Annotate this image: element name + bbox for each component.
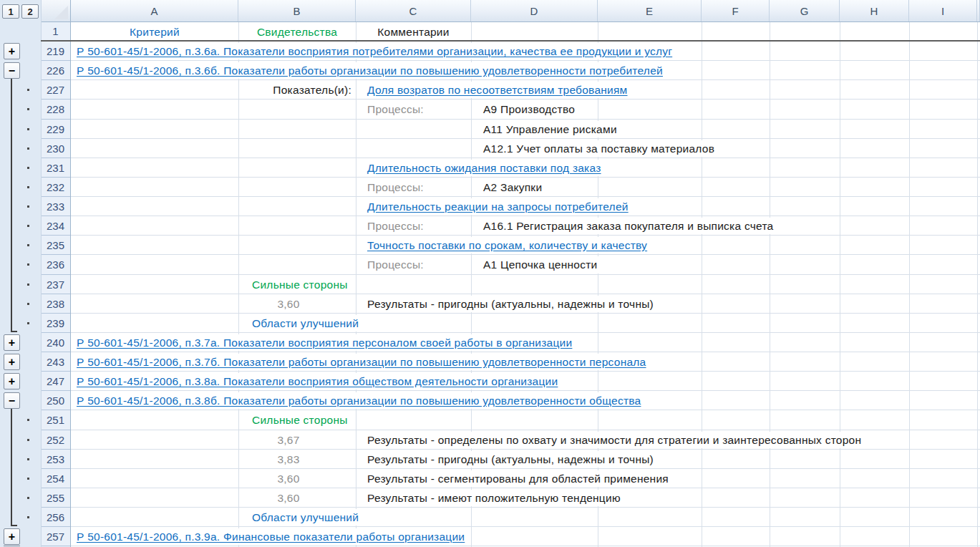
hyperlink-C227[interactable]: Доля возратов по несоответствиям требова… (356, 82, 632, 98)
hyperlink-A250[interactable]: Р 50-601-45/1-2006, п.3.8б. Показатели р… (72, 392, 645, 409)
gridline (71, 138, 980, 139)
cell-C253[interactable]: Результаты - пригодны (актуальны, надежн… (356, 451, 658, 468)
cell-B238[interactable]: 3,60 (239, 296, 338, 312)
row-header-231[interactable]: 231 (41, 158, 70, 177)
outline-detail-dot (27, 244, 29, 246)
row-header-230[interactable]: 230 (41, 139, 70, 158)
outline-group-bracket-end (11, 525, 17, 526)
row-header-253[interactable]: 253 (41, 450, 70, 468)
gridline (71, 488, 980, 488)
expand-group-button-row-219[interactable]: + (4, 43, 20, 59)
hyperlink-A243[interactable]: Р 50-601-45/1-2006, п.3.7б. Показатели р… (72, 354, 651, 370)
cell-C228[interactable]: Процессы: (356, 101, 428, 118)
outline-detail-dot (27, 225, 29, 227)
hyperlink-C231[interactable]: Длительность ожидания поставки под заказ (356, 160, 606, 176)
cell-A1[interactable]: Критерий (72, 24, 238, 40)
cell-C236[interactable]: Процессы: (356, 256, 428, 274)
row-header-257[interactable]: 257 (41, 527, 70, 546)
expand-group-button-row-247[interactable]: + (4, 373, 20, 389)
column-header-E[interactable]: E (598, 0, 702, 21)
row-header-228[interactable]: 228 (41, 100, 70, 119)
cell-B237[interactable]: Сильные стороны (239, 276, 352, 293)
cell-D232[interactable]: А2 Закупки (472, 179, 546, 195)
cell-D236[interactable]: А1 Цепочка ценности (472, 256, 601, 274)
expand-group-button-row-257[interactable]: + (4, 528, 20, 545)
outline-level-1-button[interactable]: 1 (2, 4, 19, 19)
cell-D230[interactable]: А12.1 Учет оплаты за поставку материалов (472, 140, 719, 157)
row-header-255[interactable]: 255 (41, 488, 70, 507)
gridline (71, 274, 980, 275)
cell-D234[interactable]: А16.1 Регистрация заказа покупателя и вы… (472, 218, 777, 234)
cell-C1[interactable]: Комментарии (356, 24, 470, 40)
hyperlink-A219[interactable]: Р 50-601-45/1-2006, п.3.6а. Показатели в… (72, 43, 676, 59)
row-header-234[interactable]: 234 (41, 216, 70, 235)
hyperlink-A257[interactable]: Р 50-601-45/1-2006, п.3.9а. Финансовые п… (72, 528, 469, 545)
cell-B251[interactable]: Сильные стороны (239, 412, 352, 429)
hyperlink-A247[interactable]: Р 50-601-45/1-2006, п.3.8а. Показатели в… (72, 373, 562, 389)
cell-C232[interactable]: Процессы: (356, 179, 428, 195)
hyperlink-A240[interactable]: Р 50-601-45/1-2006, п.3.7а. Показатели в… (72, 334, 576, 351)
expand-group-button-row-240[interactable]: + (4, 334, 20, 351)
gridline (71, 430, 980, 430)
hyperlink-C235[interactable]: Точность поставки по срокам, количеству … (356, 237, 651, 253)
cell-D229[interactable]: А11 Управление рисками (472, 121, 621, 137)
cell-B1[interactable]: Свидетельства (239, 24, 355, 40)
row-header-243[interactable]: 243 (41, 352, 70, 371)
column-header-I[interactable]: I (909, 0, 977, 21)
outline-level-2-button[interactable]: 2 (21, 4, 39, 19)
freeze-pane-divider (41, 40, 980, 42)
row-header-236[interactable]: 236 (41, 255, 70, 274)
row-header-240[interactable]: 240 (41, 333, 70, 352)
outline-detail-dot (27, 478, 29, 480)
row-header-251[interactable]: 251 (41, 410, 70, 430)
gridline (71, 410, 980, 410)
outline-detail-dot (27, 147, 29, 150)
outline-detail-dot (27, 186, 29, 188)
cell-B252[interactable]: 3,67 (239, 432, 338, 448)
row-header-219[interactable]: 219 (41, 42, 70, 60)
cell-B253[interactable]: 3,83 (239, 451, 338, 468)
row-header-226[interactable]: 226 (41, 61, 70, 79)
cell-C252[interactable]: Результаты - определены по охвату и знач… (356, 432, 865, 448)
cell-B256[interactable]: Области улучшений (239, 509, 363, 526)
cell-C238[interactable]: Результаты - пригодны (актуальны, надежн… (356, 296, 658, 312)
cell-C234[interactable]: Процессы: (356, 218, 428, 234)
column-header-G[interactable]: G (770, 0, 840, 21)
row-header-250[interactable]: 250 (41, 391, 70, 410)
column-header-F[interactable]: F (702, 0, 770, 21)
column-header-D[interactable]: D (471, 0, 598, 21)
row-header-227[interactable]: 227 (41, 80, 70, 99)
row-header-235[interactable]: 235 (41, 236, 70, 254)
row-header-233[interactable]: 233 (41, 197, 70, 216)
row-header-229[interactable]: 229 (41, 120, 70, 138)
collapse-group-button-row-250[interactable]: − (4, 392, 20, 409)
cell-B255[interactable]: 3,60 (239, 490, 338, 506)
cell-B239[interactable]: Области улучшений (239, 315, 363, 331)
row-header-238[interactable]: 238 (41, 294, 70, 313)
column-header-H[interactable]: H (840, 0, 909, 21)
cell-D228[interactable]: А9 Производство (472, 101, 579, 118)
cell-B254[interactable]: 3,60 (239, 470, 338, 487)
row-header-247[interactable]: 247 (41, 372, 70, 390)
row-header-237[interactable]: 237 (41, 275, 70, 294)
gridline (41, 546, 70, 546)
collapse-group-button-row-226[interactable]: − (4, 62, 20, 79)
column-header-B[interactable]: B (238, 0, 356, 21)
hyperlink-A226[interactable]: Р 50-601-45/1-2006, п.3.6б. Показатели р… (72, 62, 667, 79)
column-header-C[interactable]: C (356, 0, 471, 21)
outline-detail-dot (27, 322, 29, 324)
row-header-252[interactable]: 252 (41, 430, 70, 449)
row-header-256[interactable]: 256 (41, 508, 70, 526)
select-all-corner[interactable] (41, 0, 71, 21)
cell-B227[interactable]: Показатель(и): (239, 82, 355, 98)
expand-group-button-row-243[interactable]: + (4, 354, 20, 370)
row-header-232[interactable]: 232 (41, 178, 70, 196)
row-header-1[interactable]: 1 (41, 22, 70, 40)
row-header-254[interactable]: 254 (41, 469, 70, 488)
hyperlink-C233[interactable]: Длительность реакции на запросы потребит… (356, 198, 633, 215)
outline-detail-dot (27, 497, 29, 499)
row-header-239[interactable]: 239 (41, 314, 70, 332)
cell-C255[interactable]: Результаты - имеют положительную тенденц… (356, 490, 625, 506)
cell-C254[interactable]: Результаты - сегментированы для областей… (356, 470, 673, 487)
column-header-A[interactable]: A (71, 0, 238, 21)
